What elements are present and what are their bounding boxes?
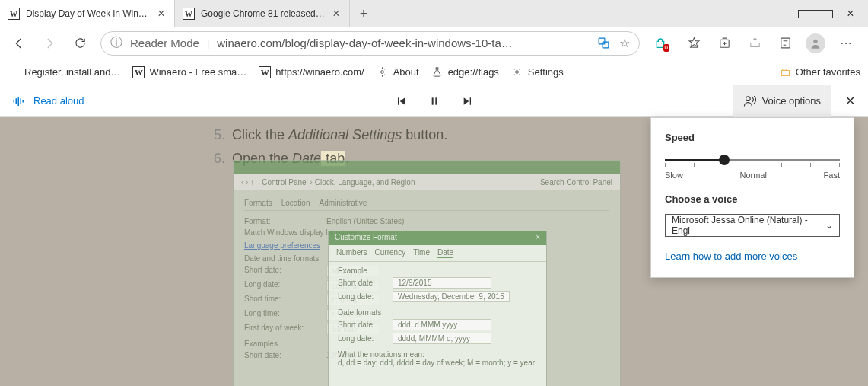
refresh-button[interactable] (65, 29, 94, 58)
browser-tab[interactable]: W Google Chrome 81 released with × (175, 0, 350, 27)
titlebar: W Display Day of Week in Windows × W Goo… (0, 0, 868, 27)
address-toolbar: ⓘ Reader Mode | winaero.com/blog/display… (0, 27, 868, 59)
link-text: Language preferences (244, 241, 320, 250)
speed-label: Speed (665, 132, 840, 143)
previous-button[interactable] (395, 95, 407, 107)
step-em: Additional Settings (288, 127, 402, 142)
section-label: Example (338, 266, 537, 275)
svg-rect-8 (435, 97, 437, 104)
breadcrumb: Control Panel › Clock, Language, and Reg… (262, 178, 415, 187)
bookmark-item[interactable]: edge://flags (431, 66, 499, 78)
dialog-title: Customize Format (335, 233, 397, 244)
field-label: Format: (244, 217, 313, 225)
field-label: Short date: (338, 321, 383, 329)
other-favorites[interactable]: 🗀 Other favorites (780, 65, 860, 78)
share-icon[interactable] (740, 29, 769, 58)
field-label: Short date: (244, 351, 313, 359)
section-label: Date formats (338, 308, 537, 317)
other-favorites-label: Other favorites (796, 66, 860, 78)
browser-tab-active[interactable]: W Display Day of Week in Windows × (0, 0, 175, 27)
tab-close-icon[interactable]: × (331, 8, 342, 19)
collections-icon[interactable] (710, 29, 739, 58)
field-value: English (United States) (326, 217, 404, 225)
bookmark-label: https://winaero.com/ (275, 66, 364, 78)
close-icon: × (536, 233, 540, 244)
profile-avatar[interactable] (801, 29, 830, 58)
voice-select-value: Microsoft Jessa Online (Natural) - Engl (672, 215, 825, 236)
voice-options-popup: Speed Slow Normal Fast Choose a voice Mi… (650, 117, 854, 278)
new-tab-button[interactable]: + (350, 0, 377, 27)
slider-thumb[interactable] (719, 155, 730, 165)
step-number: 5. (214, 127, 225, 142)
bookmark-item[interactable]: About (377, 66, 419, 78)
notes-icon[interactable] (771, 29, 800, 58)
tab-label: Location (281, 199, 310, 207)
svg-point-6 (516, 71, 519, 74)
reader-mode-label: Reader Mode (130, 37, 199, 49)
extension-icon[interactable]: 0 (646, 29, 675, 58)
bookmark-label: Winaero - Free sma… (149, 66, 246, 78)
favicon-icon: W (259, 66, 271, 78)
read-aloud-button[interactable]: Read aloud (0, 94, 97, 108)
tab-label: Currency (375, 248, 406, 258)
tab-label: Numbers (336, 248, 367, 258)
back-button[interactable] (5, 29, 33, 58)
tab-close-icon[interactable]: × (156, 8, 167, 19)
field-label: Short time: (244, 295, 313, 306)
extension-badge: 0 (663, 44, 669, 52)
svg-rect-0 (599, 38, 605, 44)
window-minimize-button[interactable] (763, 0, 798, 27)
more-menu-icon[interactable]: ⋯ (831, 29, 860, 58)
svg-point-4 (813, 39, 817, 43)
learn-more-link[interactable]: Learn how to add more voices (665, 250, 797, 262)
field-label: Long time: (244, 309, 313, 321)
slider-min-label: Slow (665, 171, 683, 180)
favorite-star-icon[interactable]: ☆ (619, 36, 630, 50)
bookmark-item[interactable]: W Winaero - Free sma… (132, 66, 246, 78)
close-read-aloud-button[interactable]: ✕ (831, 85, 868, 117)
favicon-icon: W (183, 8, 195, 20)
slider-mid-label: Normal (739, 171, 766, 180)
chevron-down-icon: ⌄ (825, 220, 833, 231)
field-label: First day of week: (244, 324, 313, 335)
step-number: 6. (214, 151, 225, 166)
microsoft-icon (8, 66, 20, 78)
embedded-dialog: Customize Format× Numbers Currency Time … (328, 231, 547, 386)
bookmark-label: About (393, 66, 419, 78)
svg-point-5 (381, 71, 384, 74)
translate-icon[interactable] (597, 37, 610, 49)
voice-options-button[interactable]: Voice options (733, 85, 831, 117)
page-content: 5. Click the Additional Settings button.… (0, 117, 868, 386)
next-button[interactable] (462, 95, 474, 107)
field-value: ddd, d MMM yyyy (393, 319, 491, 330)
field-label: Long date: (338, 292, 383, 301)
url-text: winaero.com/blog/display-day-of-week-in-… (217, 37, 590, 49)
bookmark-label: Register, install and… (24, 66, 120, 78)
tab-title: Google Chrome 81 released with (201, 8, 325, 19)
svg-rect-1 (603, 42, 609, 48)
speed-slider[interactable]: Slow Normal Fast (665, 152, 840, 180)
folder-icon: 🗀 (780, 65, 791, 78)
field-label: Long date: (338, 334, 383, 343)
gear-icon (511, 66, 523, 78)
section-label: What the notations mean: (338, 350, 537, 359)
field-label: Short date: (244, 266, 313, 277)
field-label: Long date: (244, 280, 313, 292)
window-close-button[interactable]: × (833, 0, 868, 27)
pause-button[interactable] (428, 95, 440, 107)
step-text: Click the (232, 127, 288, 142)
field-value: 12/9/2015 (393, 277, 491, 289)
address-bar[interactable]: ⓘ Reader Mode | winaero.com/blog/display… (100, 31, 640, 56)
bookmark-item[interactable]: W https://winaero.com/ (259, 66, 364, 78)
bookmark-item[interactable]: Register, install and… (8, 66, 120, 78)
favicon-icon: W (132, 66, 145, 78)
choose-voice-label: Choose a voice (665, 193, 840, 205)
site-info-icon[interactable]: ⓘ (110, 35, 122, 51)
read-aloud-label: Read aloud (33, 95, 84, 107)
bookmark-item[interactable]: Settings (511, 66, 564, 78)
window-maximize-button[interactable] (798, 0, 833, 27)
favorites-icon[interactable] (679, 29, 708, 58)
voice-select[interactable]: Microsoft Jessa Online (Natural) - Engl … (665, 214, 840, 237)
field-value: dddd, MMMM d, yyyy (393, 333, 491, 344)
forward-button[interactable] (35, 29, 64, 58)
